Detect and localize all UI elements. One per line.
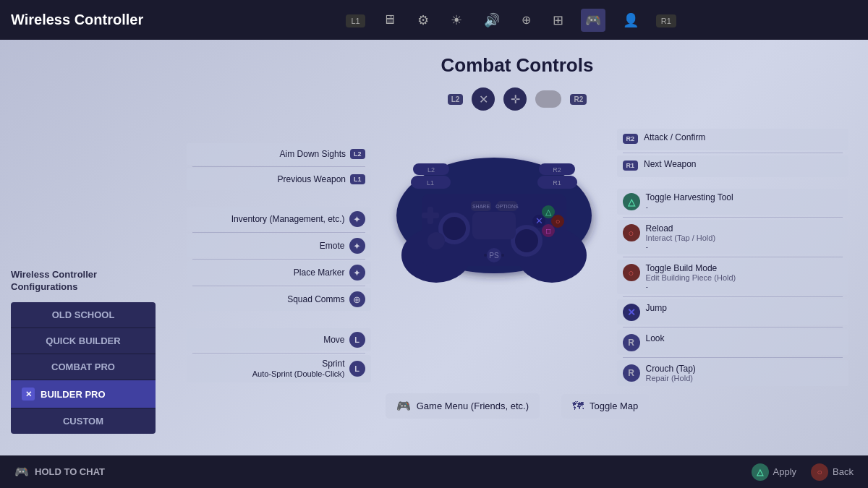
left-control-inventory: Inventory (Management, etc.) ✦ [187, 207, 371, 231]
brightness-nav[interactable]: ☀ [446, 12, 467, 28]
build-sub: Edit Building Piece (Hold) [646, 273, 736, 282]
right-control-reload: ○ Reload Interact (Tap / Hold) - [617, 220, 848, 254]
controller-nav[interactable]: 🎮 [581, 12, 605, 28]
build-mode-text: Toggle Build Mode [646, 263, 736, 273]
squad-comms-text: Squad Comms [287, 294, 344, 304]
right-control-next-weapon: R1 Next Weapon [617, 155, 848, 177]
reload-text: Reload [646, 223, 716, 234]
move-text: Move [323, 335, 344, 345]
l2-btn: L2 [350, 149, 365, 159]
spacer-r1 [617, 179, 848, 187]
controller-image: L1 R1 L2 R2 [378, 121, 610, 309]
r2-attack-badge: R2 [623, 134, 639, 144]
right-control-look: R Look [617, 330, 848, 355]
settings-icon: ⚙ [413, 9, 433, 32]
back-text: Back [833, 466, 854, 477]
svg-point-16 [515, 229, 538, 252]
right-control-harvest: △ Toggle Harvesting Tool - [617, 189, 848, 215]
place-marker-text: Place Marker [294, 267, 345, 278]
controller-icon: 🎮 [581, 9, 605, 32]
sep-r4 [623, 296, 843, 297]
left-control-move: Move L [187, 328, 371, 351]
r1-nav[interactable]: R1 [656, 14, 676, 27]
sep-r3 [623, 257, 843, 257]
reload-sub: Interact (Tap / Hold) [646, 234, 716, 242]
network-nav[interactable]: ⊞ [548, 12, 568, 28]
dpad-symbol: ✛ [503, 87, 527, 111]
right-controls: R2 Attack / Confirm R1 Next Weapon △ [617, 129, 848, 386]
svg-text:□: □ [545, 227, 550, 235]
config-builder-pro[interactable]: ✕ BUILDER PRO [11, 380, 156, 408]
circle-btn-reload: ○ [623, 224, 640, 241]
inventory-icon: ✦ [349, 211, 365, 227]
svg-text:✕: ✕ [535, 215, 542, 226]
sep3 [192, 259, 365, 260]
left-control-marker: Place Marker ✦ [187, 261, 371, 284]
volume-nav[interactable]: 🔊 [480, 12, 504, 28]
network-icon: ⊞ [548, 9, 568, 32]
config-label: Wireless Controller Configurations [11, 269, 156, 294]
config-old-school[interactable]: OLD SCHOOL [11, 302, 156, 328]
brightness-icon: ☀ [446, 9, 467, 32]
settings-nav[interactable]: ⚙ [413, 12, 433, 28]
svg-point-13 [443, 217, 466, 240]
game-menu-btn: 🎮 Game Menu (Friends, etc.) [386, 393, 540, 419]
accessibility-nav[interactable]: ⊕ [517, 13, 535, 27]
harvest-text: Toggle Harvesting Tool [646, 192, 733, 202]
left-control-prev-weapon: Previous Weapon L1 [187, 168, 371, 190]
svg-point-35 [501, 254, 504, 257]
bottom-buttons: 🎮 Game Menu (Friends, etc.) 🗺 Toggle Map [386, 393, 650, 419]
l1-badge-icon: L1 [346, 14, 365, 27]
l1-nav[interactable]: L1 [346, 14, 365, 27]
apply-action[interactable]: △ Apply [752, 463, 797, 481]
spacer2 [187, 312, 371, 327]
sep-r6 [623, 357, 843, 358]
profile-nav[interactable]: 👤 [618, 12, 643, 28]
r-btn-look: R [623, 334, 640, 351]
harvest-sub: - [646, 202, 733, 211]
left-sidebar: Wireless Controller Configurations OLD S… [0, 40, 166, 455]
spacer1 [187, 192, 371, 206]
accessibility-icon: ⊕ [517, 9, 535, 30]
build-sub2: - [646, 282, 736, 291]
svg-text:OPTIONS: OPTIONS [495, 204, 519, 209]
sep4 [192, 286, 365, 286]
l1-btn: L1 [350, 174, 365, 184]
active-check-icon: ✕ [22, 388, 35, 401]
config-quick-builder[interactable]: QUICK BUILDER [11, 328, 156, 354]
svg-text:△: △ [545, 207, 552, 216]
sep1 [192, 166, 365, 167]
config-custom[interactable]: CUSTOM [11, 408, 156, 434]
display-nav[interactable]: 🖥 [378, 12, 400, 27]
config-combat-pro[interactable]: COMBAT PRO [11, 354, 156, 380]
volume-icon: 🔊 [480, 9, 504, 32]
sep2 [192, 232, 365, 233]
toggle-map-icon: 🗺 [572, 400, 584, 413]
r1-badge-icon: R1 [656, 14, 676, 27]
bottom-bar: 🎮 HOLD TO CHAT △ Apply ○ Back [0, 455, 868, 488]
svg-text:○: ○ [555, 217, 560, 226]
svg-text:L1: L1 [426, 179, 433, 187]
r2-badge: R2 [570, 94, 587, 105]
prev-weapon-text: Previous Weapon [277, 174, 346, 184]
crouch-text: Crouch (Tap) [646, 364, 696, 374]
svg-rect-31 [472, 212, 516, 239]
marker-icon: ✦ [349, 265, 365, 281]
look-text: Look [646, 333, 665, 343]
svg-text:SHARE: SHARE [472, 204, 489, 209]
controller-top-icons: L2 ✕ ✛ R2 [448, 87, 587, 111]
next-weapon-text: Next Weapon [644, 159, 697, 169]
right-control-attack: R2 Attack / Confirm [617, 129, 848, 150]
left-control-sprint: SprintAuto-Sprint (Double-Click) L [187, 355, 371, 382]
svg-text:R2: R2 [553, 166, 561, 174]
game-menu-icon: 🎮 [396, 399, 411, 413]
apply-text: Apply [773, 466, 797, 477]
sprint-icon: L [349, 361, 365, 377]
back-action[interactable]: ○ Back [811, 463, 854, 481]
left-control-aim: Aim Down Sights L2 [187, 143, 371, 165]
attack-confirm-text: Attack / Confirm [644, 132, 705, 142]
game-menu-text: Game Menu (Friends, etc.) [417, 401, 529, 411]
right-control-crouch: R Crouch (Tap) Repair (Hold) [617, 360, 848, 386]
circle-btn-build: ○ [623, 264, 640, 281]
left-control-squad: Squad Comms ⊕ [187, 288, 371, 311]
